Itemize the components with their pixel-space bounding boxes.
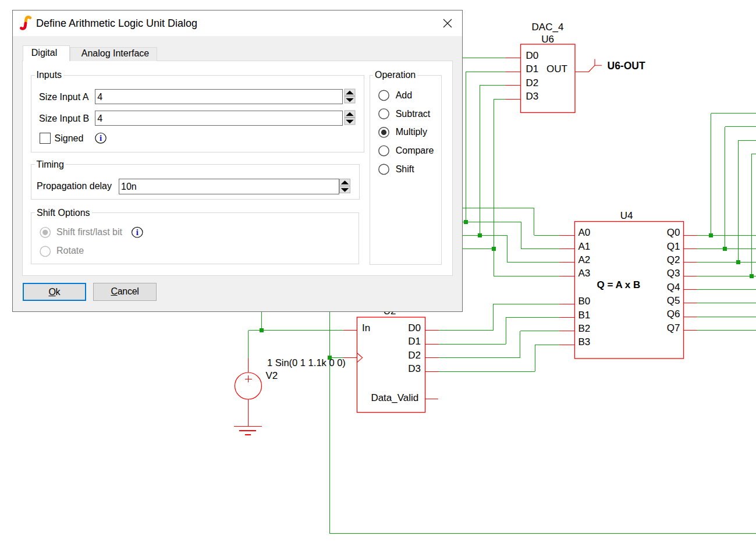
svg-text:Q = A x B: Q = A x B <box>597 279 641 290</box>
svg-text:Q7: Q7 <box>667 322 680 333</box>
svg-text:OUT: OUT <box>546 63 567 74</box>
svg-text:Data_Valid: Data_Valid <box>371 392 418 403</box>
svg-text:B3: B3 <box>578 336 591 347</box>
svg-text:D0: D0 <box>526 50 539 61</box>
svg-text:A2: A2 <box>578 254 591 265</box>
svg-text:U6: U6 <box>541 34 554 45</box>
svg-text:In: In <box>362 322 370 333</box>
svg-text:D1: D1 <box>408 336 421 347</box>
svg-text:U6-OUT: U6-OUT <box>608 60 645 72</box>
svg-text:Q2: Q2 <box>667 254 680 265</box>
svg-text:Q6: Q6 <box>667 308 680 320</box>
svg-text:Q5: Q5 <box>667 295 680 306</box>
svg-text:D3: D3 <box>526 91 539 102</box>
svg-text:1 Sin(0 1 1.1k 0 0): 1 Sin(0 1 1.1k 0 0) <box>267 357 346 368</box>
svg-text:Q0: Q0 <box>667 227 680 238</box>
svg-text:D0: D0 <box>408 322 421 333</box>
svg-text:D1: D1 <box>526 63 539 74</box>
svg-text:B2: B2 <box>578 323 591 334</box>
svg-text:A1: A1 <box>578 241 591 252</box>
svg-text:DAC_4: DAC_4 <box>532 22 564 33</box>
svg-text:D2: D2 <box>408 350 421 361</box>
svg-text:D2: D2 <box>526 77 539 88</box>
svg-text:B1: B1 <box>578 310 591 321</box>
svg-text:Q1: Q1 <box>667 241 680 252</box>
svg-text:V2: V2 <box>266 370 278 381</box>
svg-text:D3: D3 <box>408 363 421 374</box>
svg-text:U4: U4 <box>620 210 633 221</box>
svg-text:A0: A0 <box>578 227 591 238</box>
svg-text:Q4: Q4 <box>667 282 680 293</box>
svg-text:B0: B0 <box>578 296 591 307</box>
svg-text:Q3: Q3 <box>667 268 680 279</box>
svg-text:A3: A3 <box>578 268 591 279</box>
